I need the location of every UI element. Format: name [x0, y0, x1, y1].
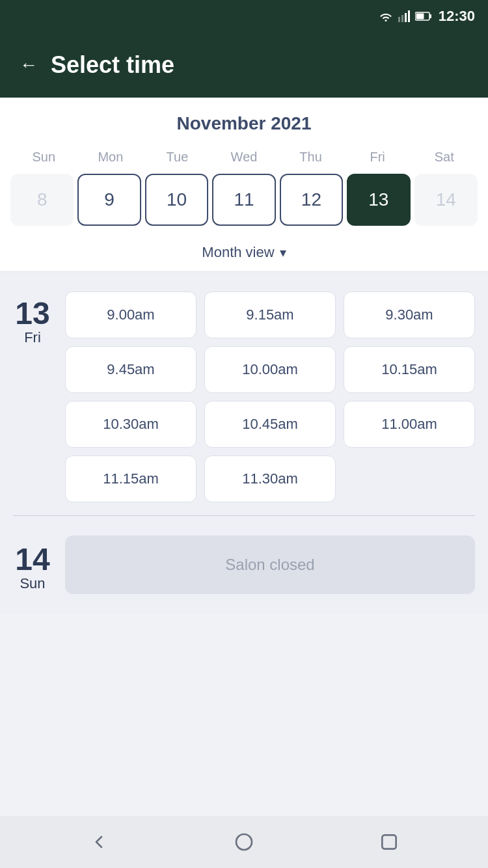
- bottom-spacer: [0, 614, 488, 666]
- svg-rect-3: [408, 10, 410, 22]
- nav-home-button[interactable]: [232, 830, 256, 854]
- page-title: Select time: [51, 51, 174, 79]
- day-13-number: 13: [15, 298, 49, 329]
- calendar-section: November 2021 Sun Mon Tue Wed Thu Fri Sa…: [0, 98, 488, 271]
- date-cell-8[interactable]: 8: [10, 174, 74, 226]
- status-icons: [379, 10, 432, 22]
- svg-rect-1: [401, 15, 403, 22]
- date-cell-14[interactable]: 14: [414, 174, 478, 226]
- chevron-down-icon: ▾: [280, 245, 286, 260]
- time-slot-900am[interactable]: 9.00am: [65, 292, 197, 338]
- svg-rect-2: [405, 13, 407, 22]
- bottom-nav: [0, 816, 488, 868]
- day-14-label: 14 Sun: [13, 537, 52, 592]
- wifi-icon: [379, 10, 393, 22]
- weekday-labels: Sun Mon Tue Wed Thu Fri Sat: [10, 147, 478, 167]
- back-triangle-icon: [88, 832, 109, 852]
- svg-rect-6: [416, 14, 424, 20]
- date-cell-10[interactable]: 10: [145, 174, 208, 226]
- time-slot-915am[interactable]: 9.15am: [204, 292, 336, 338]
- status-bar: 12:30: [0, 0, 488, 33]
- time-slot-1030am[interactable]: 10.30am: [65, 401, 197, 448]
- time-slot-1130am[interactable]: 11.30am: [204, 455, 336, 502]
- signal-icon: [398, 10, 410, 22]
- date-cell-12[interactable]: 12: [280, 174, 343, 226]
- status-time: 12:30: [439, 8, 475, 25]
- date-cell-11[interactable]: 11: [212, 174, 275, 226]
- day-14-name: Sun: [20, 575, 45, 592]
- svg-rect-5: [429, 14, 431, 18]
- weekday-mon: Mon: [77, 147, 144, 167]
- time-slot-1015am[interactable]: 10.15am: [344, 346, 475, 393]
- closed-row: 14 Sun Salon closed: [13, 536, 475, 594]
- month-view-label: Month view: [202, 244, 274, 261]
- recent-square-icon: [379, 832, 400, 852]
- home-circle-icon: [234, 832, 254, 852]
- nav-back-button[interactable]: [87, 830, 111, 854]
- weekday-sun: Sun: [10, 147, 77, 167]
- weekday-sat: Sat: [411, 147, 478, 167]
- salon-closed-label: Salon closed: [225, 556, 314, 574]
- day-13-name: Fri: [24, 329, 41, 346]
- back-button[interactable]: ←: [20, 55, 38, 75]
- weekday-wed: Wed: [211, 147, 278, 167]
- time-slot-945am[interactable]: 9.45am: [65, 346, 197, 393]
- time-slots-grid-13: 9.00am 9.15am 9.30am 9.45am 10.00am 10.1…: [65, 292, 475, 502]
- month-year-label: November 2021: [10, 113, 478, 134]
- time-slot-1115am[interactable]: 11.15am: [65, 455, 197, 502]
- day-13-section: 13 Fri 9.00am 9.15am 9.30am 9.45am 10.00…: [0, 272, 488, 515]
- calendar-dates: 8 9 10 11 12 13 14: [10, 174, 478, 236]
- time-slot-1100am[interactable]: 11.00am: [344, 401, 475, 448]
- weekday-thu: Thu: [277, 147, 344, 167]
- day-14-section: 14 Sun Salon closed: [0, 515, 488, 614]
- nav-recent-button[interactable]: [377, 830, 401, 854]
- app-header: ← Select time: [0, 33, 488, 98]
- svg-rect-0: [398, 17, 400, 22]
- salon-closed-box: Salon closed: [65, 536, 475, 594]
- time-slot-1000am[interactable]: 10.00am: [204, 346, 336, 393]
- date-cell-9[interactable]: 9: [77, 174, 141, 226]
- date-cell-13[interactable]: 13: [347, 174, 410, 226]
- svg-point-7: [236, 834, 252, 850]
- weekday-tue: Tue: [144, 147, 211, 167]
- weekday-fri: Fri: [344, 147, 411, 167]
- svg-rect-8: [383, 835, 396, 848]
- section-divider-mid: [13, 515, 475, 516]
- day-13-label: 13 Fri: [13, 292, 52, 502]
- month-view-toggle[interactable]: Month view ▾: [10, 236, 478, 271]
- time-slot-1045am[interactable]: 10.45am: [204, 401, 336, 448]
- day-14-number: 14: [15, 544, 49, 575]
- battery-icon: [415, 11, 432, 21]
- time-slot-930am[interactable]: 9.30am: [344, 292, 475, 338]
